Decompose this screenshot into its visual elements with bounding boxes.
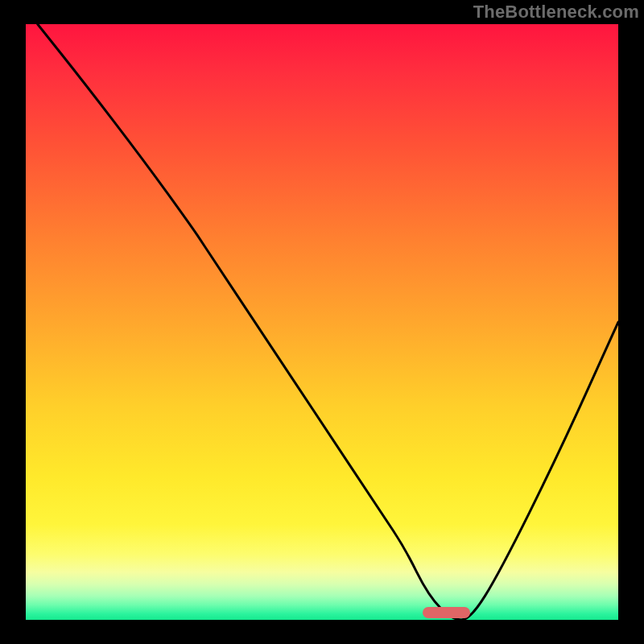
- bottleneck-curve: [38, 24, 618, 620]
- optimal-marker: [423, 607, 470, 618]
- curve-svg: [26, 24, 618, 620]
- chart-container: TheBottleneck.com: [0, 0, 644, 644]
- watermark-text: TheBottleneck.com: [473, 2, 639, 23]
- plot-area: [26, 24, 618, 620]
